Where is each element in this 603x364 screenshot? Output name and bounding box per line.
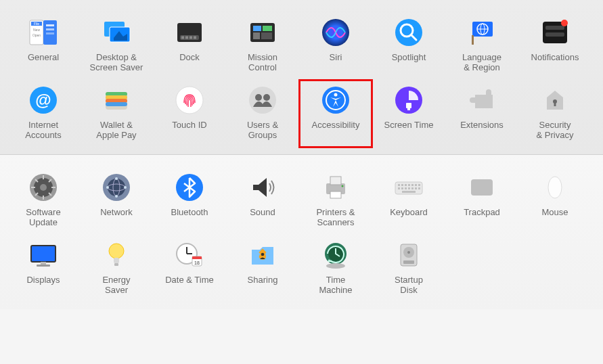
- mission-control-icon: [246, 16, 279, 49]
- svg-point-71: [115, 195, 118, 198]
- wallet-icon: [100, 84, 133, 116]
- energy-saver-icon: [100, 239, 133, 271]
- pref-wallet-applepay[interactable]: Wallet & Apple Pay: [80, 80, 153, 147]
- svg-rect-22: [261, 32, 272, 39]
- svg-point-78: [342, 185, 344, 187]
- svg-rect-99: [41, 262, 46, 265]
- pref-displays[interactable]: Displays: [7, 235, 80, 302]
- svg-rect-16: [189, 37, 192, 39]
- svg-point-45: [255, 94, 262, 101]
- svg-rect-51: [406, 103, 411, 108]
- pref-desktop-screensaver[interactable]: Desktop & Screen Saver: [80, 12, 153, 80]
- svg-rect-7: [46, 28, 54, 30]
- row: File New Open General: [7, 12, 596, 80]
- svg-rect-14: [181, 37, 184, 39]
- pref-label: Internet Accounts: [8, 120, 79, 141]
- svg-rect-17: [194, 37, 196, 39]
- svg-rect-103: [114, 258, 119, 263]
- svg-text:18: 18: [194, 260, 200, 265]
- pref-energy-saver[interactable]: Energy Saver: [80, 235, 153, 302]
- pref-time-machine[interactable]: Time Machine: [299, 235, 372, 302]
- svg-rect-122: [403, 260, 414, 264]
- pref-extensions[interactable]: Extensions: [445, 80, 518, 147]
- pref-notifications[interactable]: Notifications: [518, 12, 591, 80]
- pref-label: Notifications: [520, 53, 590, 63]
- pref-label: Mouse: [520, 208, 590, 218]
- svg-rect-95: [471, 179, 493, 196]
- pref-label: Spotlight: [374, 53, 444, 63]
- time-machine-icon: [319, 239, 352, 271]
- pref-internet-accounts[interactable]: @ Internet Accounts: [7, 80, 80, 147]
- pref-label: Time Machine: [300, 275, 371, 296]
- pref-label: Security & Privacy: [520, 120, 590, 141]
- svg-rect-90: [408, 187, 410, 189]
- pref-label: Desktop & Screen Saver: [81, 53, 152, 73]
- pref-bluetooth[interactable]: Bluetooth: [153, 167, 226, 235]
- svg-rect-82: [405, 184, 407, 186]
- pref-security-privacy[interactable]: Security & Privacy: [518, 80, 591, 147]
- pref-mission-control[interactable]: Mission Control: [226, 12, 299, 80]
- svg-rect-34: [545, 32, 564, 37]
- svg-rect-21: [253, 32, 260, 39]
- pref-accessibility[interactable]: Accessibility: [299, 80, 372, 147]
- svg-rect-77: [330, 191, 341, 198]
- svg-text:Open: Open: [32, 33, 41, 37]
- svg-point-67: [108, 179, 125, 196]
- dock-icon: [173, 16, 206, 49]
- pref-startup-disk[interactable]: Startup Disk: [372, 235, 445, 302]
- pref-general[interactable]: File New Open General: [7, 12, 80, 80]
- svg-rect-100: [37, 265, 50, 267]
- svg-rect-86: [418, 184, 420, 186]
- pref-date-time[interactable]: 18 Date & Time: [153, 235, 226, 302]
- pref-label: Sound: [227, 208, 298, 218]
- svg-rect-19: [253, 26, 261, 31]
- svg-point-44: [249, 87, 276, 114]
- mouse-icon: [539, 171, 571, 204]
- pref-touch-id[interactable]: Touch ID: [153, 80, 226, 147]
- pref-language-region[interactable]: Language & Region: [445, 12, 518, 80]
- users-groups-icon: [246, 84, 279, 116]
- svg-rect-92: [415, 187, 417, 189]
- svg-rect-15: [185, 37, 188, 39]
- svg-point-72: [106, 186, 109, 189]
- svg-rect-97: [31, 246, 55, 262]
- pref-dock[interactable]: Dock: [153, 12, 226, 80]
- pref-network[interactable]: Network: [80, 167, 153, 235]
- pref-printers-scanners[interactable]: Printers & Scanners: [299, 167, 372, 235]
- pref-screen-time[interactable]: Screen Time: [372, 80, 445, 147]
- pref-trackpad[interactable]: Trackpad: [445, 167, 518, 235]
- section-hardware: Software Update Network: [0, 155, 603, 309]
- svg-rect-31: [472, 35, 474, 45]
- svg-point-118: [326, 263, 345, 269]
- svg-rect-87: [398, 187, 400, 189]
- svg-rect-52: [407, 108, 410, 110]
- internet-accounts-icon: @: [27, 84, 60, 116]
- pref-label: Bluetooth: [154, 208, 225, 218]
- pref-label: Sharing: [227, 275, 298, 286]
- pref-label: Mission Control: [227, 53, 298, 73]
- pref-label: Software Update: [8, 208, 79, 228]
- pref-spotlight[interactable]: Spotlight: [372, 12, 445, 80]
- row: Software Update Network: [7, 167, 596, 235]
- siri-icon: [319, 16, 352, 49]
- displays-icon: [27, 239, 60, 271]
- startup-disk-icon: [393, 239, 425, 271]
- svg-rect-109: [192, 256, 202, 259]
- pref-label: Printers & Scanners: [300, 208, 371, 228]
- pref-label: Displays: [8, 275, 79, 286]
- pref-label: Startup Disk: [374, 275, 444, 296]
- pref-users-groups[interactable]: Users & Groups: [226, 80, 299, 147]
- pref-software-update[interactable]: Software Update: [7, 167, 80, 235]
- pref-siri[interactable]: Siri: [299, 12, 372, 80]
- svg-rect-84: [411, 184, 414, 186]
- pref-mouse[interactable]: Mouse: [518, 167, 591, 235]
- spotlight-icon: [393, 16, 425, 49]
- pref-label: Accessibility: [300, 120, 371, 131]
- svg-point-35: [561, 20, 568, 26]
- svg-rect-88: [401, 187, 403, 189]
- trackpad-icon: [466, 171, 498, 204]
- pref-sharing[interactable]: Sharing: [226, 235, 299, 302]
- pref-keyboard[interactable]: Keyboard: [372, 167, 445, 235]
- svg-rect-76: [330, 177, 341, 185]
- pref-sound[interactable]: Sound: [226, 167, 299, 235]
